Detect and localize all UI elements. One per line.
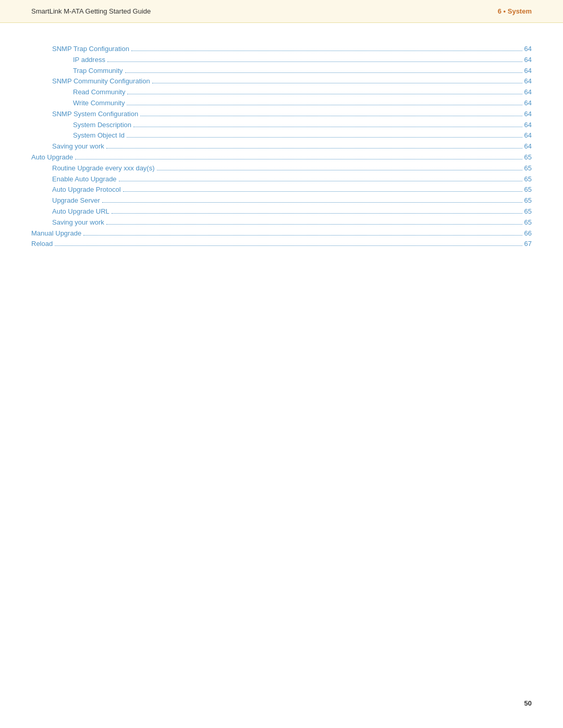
toc-row: IP address64 <box>31 55 532 66</box>
toc-page-number: 65 <box>524 152 532 163</box>
toc-link[interactable]: Trap Community <box>73 66 123 77</box>
toc-link[interactable]: Read Community <box>73 87 125 98</box>
toc-dots <box>157 170 522 170</box>
toc-row: Auto Upgrade URL65 <box>31 206 532 217</box>
toc-dots <box>75 159 522 159</box>
toc-row: Manual Upgrade66 <box>31 228 532 239</box>
toc-link[interactable]: Auto Upgrade <box>31 152 73 163</box>
page-header: SmartLink M-ATA Getting Started Guide 6 … <box>0 0 563 23</box>
toc-dots <box>112 213 522 214</box>
page: SmartLink M-ATA Getting Started Guide 6 … <box>0 0 563 728</box>
toc-row: Auto Upgrade Protocol65 <box>31 184 532 195</box>
toc-page-number: 64 <box>524 141 532 152</box>
toc-link[interactable]: Routine Upgrade every xxx day(s) <box>52 163 155 174</box>
toc-link[interactable]: Reload <box>31 239 53 250</box>
toc-link[interactable]: SNMP System Configuration <box>52 109 138 120</box>
toc-page-number: 65 <box>524 184 532 195</box>
toc-dots <box>107 61 522 62</box>
toc-dots <box>127 137 522 138</box>
toc-dots <box>119 181 522 181</box>
toc-page-number: 64 <box>524 76 532 87</box>
toc-link[interactable]: IP address <box>73 55 105 66</box>
toc-dots <box>152 83 522 83</box>
toc-row: System Object Id64 <box>31 130 532 141</box>
toc-dots <box>131 51 522 51</box>
toc-link[interactable]: Manual Upgrade <box>31 228 81 239</box>
toc-dots <box>125 72 522 73</box>
toc-row: System Description64 <box>31 120 532 131</box>
page-footer: 50 <box>524 699 532 707</box>
toc-row: Upgrade Server65 <box>31 195 532 206</box>
toc-page-number: 65 <box>524 195 532 206</box>
toc-link[interactable]: System Description <box>73 120 131 131</box>
header-title: SmartLink M-ATA Getting Started Guide <box>31 7 151 15</box>
toc-row: Reload67 <box>31 239 532 250</box>
toc-row: SNMP Community Configuration64 <box>31 76 532 87</box>
toc-dots <box>133 127 522 127</box>
toc-page-number: 65 <box>524 174 532 185</box>
toc-dots <box>140 116 522 116</box>
toc-page-number: 64 <box>524 98 532 109</box>
toc-row: Enable Auto Upgrade65 <box>31 174 532 185</box>
toc-dots <box>83 235 522 236</box>
toc-dots <box>127 94 522 94</box>
toc-dots <box>127 105 522 105</box>
toc-row: SNMP Trap Configuration64 <box>31 44 532 55</box>
toc-page-number: 67 <box>524 239 532 250</box>
toc-link[interactable]: Auto Upgrade Protocol <box>52 184 121 195</box>
toc-row: Trap Community64 <box>31 66 532 77</box>
toc-row: Routine Upgrade every xxx day(s)65 <box>31 163 532 174</box>
toc-row: SNMP System Configuration64 <box>31 109 532 120</box>
toc-link[interactable]: Write Community <box>73 98 125 109</box>
toc-page-number: 65 <box>524 217 532 228</box>
toc-link[interactable]: Saving your work <box>52 217 104 228</box>
toc-dots <box>106 148 522 149</box>
toc-page-number: 64 <box>524 109 532 120</box>
toc-dots <box>55 245 522 246</box>
toc-container: SNMP Trap Configuration64IP address64Tra… <box>31 44 532 250</box>
toc-page-number: 64 <box>524 87 532 98</box>
toc-link[interactable]: Saving your work <box>52 141 104 152</box>
toc-link[interactable]: SNMP Trap Configuration <box>52 44 129 55</box>
toc-link[interactable]: Enable Auto Upgrade <box>52 174 117 185</box>
toc-page-number: 65 <box>524 206 532 217</box>
toc-row: Read Community64 <box>31 87 532 98</box>
toc-link[interactable]: Upgrade Server <box>52 195 100 206</box>
toc-page-number: 64 <box>524 66 532 77</box>
toc-dots <box>106 224 522 225</box>
toc-link[interactable]: System Object Id <box>73 130 125 141</box>
toc-link[interactable]: Auto Upgrade URL <box>52 206 109 217</box>
toc-row: Write Community64 <box>31 98 532 109</box>
header-chapter: 6 • System <box>498 7 532 15</box>
toc-page-number: 64 <box>524 130 532 141</box>
toc-link[interactable]: SNMP Community Configuration <box>52 76 150 87</box>
toc-dots <box>123 191 522 192</box>
toc-row: Saving your work65 <box>31 217 532 228</box>
page-number: 50 <box>524 699 532 707</box>
toc-page-number: 64 <box>524 120 532 131</box>
toc-row: Auto Upgrade65 <box>31 152 532 163</box>
toc-page-number: 65 <box>524 163 532 174</box>
toc-content: SNMP Trap Configuration64IP address64Tra… <box>0 23 563 281</box>
toc-row: Saving your work64 <box>31 141 532 152</box>
toc-page-number: 66 <box>524 228 532 239</box>
toc-page-number: 64 <box>524 55 532 66</box>
toc-page-number: 64 <box>524 44 532 55</box>
toc-dots <box>102 202 522 203</box>
